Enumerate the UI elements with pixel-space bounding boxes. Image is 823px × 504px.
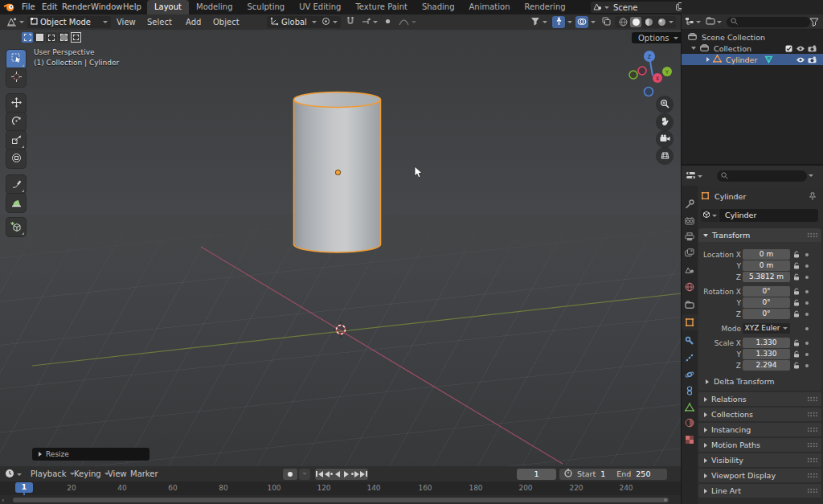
outliner-row-collection[interactable]: Collection: [682, 43, 823, 54]
tab-particles[interactable]: [684, 352, 695, 363]
menu-select[interactable]: Select: [145, 14, 174, 30]
tab-modifiers[interactable]: [684, 335, 695, 346]
auto-keying-dropdown[interactable]: [299, 469, 310, 480]
overlays-dropdown[interactable]: [589, 16, 597, 28]
panel-grip[interactable]: [807, 473, 817, 478]
timeline-editor-type-button[interactable]: [5, 469, 22, 480]
new-collection-button[interactable]: [706, 17, 722, 27]
tab-render[interactable]: [684, 215, 695, 226]
lock-icon[interactable]: [792, 339, 800, 349]
tab-world[interactable]: [684, 281, 695, 293]
animate-dot[interactable]: [805, 290, 809, 293]
xray-toggle[interactable]: [600, 16, 612, 28]
tool-cursor[interactable]: [6, 68, 26, 87]
tab-scene[interactable]: [684, 264, 695, 275]
workspace-tab-uv-editing[interactable]: UV Editing: [292, 0, 348, 14]
outliner-row-scene-collection[interactable]: Scene Collection: [682, 31, 823, 43]
breadcrumb-object-label[interactable]: Cylinder: [714, 192, 746, 201]
lock-icon[interactable]: [792, 310, 800, 320]
properties-options-dropdown[interactable]: [809, 174, 813, 177]
tool-transform[interactable]: [6, 150, 26, 168]
select-intersect-button[interactable]: [70, 32, 81, 43]
workspace-tab-sculpting[interactable]: Sculpting: [240, 0, 293, 14]
tool-select-box[interactable]: [6, 50, 26, 68]
value-field[interactable]: 2.294: [743, 360, 790, 371]
pivot-point-dropdown[interactable]: [318, 16, 341, 28]
tab-tool[interactable]: [684, 199, 695, 210]
properties-section-motion-paths[interactable]: Motion Paths: [698, 438, 821, 452]
camera-view-button[interactable]: [656, 130, 674, 148]
next-keyframe-button[interactable]: [350, 469, 359, 480]
outliner-filter-button[interactable]: [809, 18, 819, 28]
panel-grip[interactable]: [807, 412, 817, 417]
panel-divider[interactable]: [681, 14, 682, 504]
tab-output[interactable]: [684, 231, 695, 242]
options-dropdown[interactable]: Options: [632, 32, 685, 43]
value-field[interactable]: 5.3812 m: [743, 272, 790, 282]
tab-texture[interactable]: [684, 434, 695, 445]
pan-button[interactable]: [656, 113, 674, 131]
gizmos-dropdown[interactable]: [566, 16, 574, 28]
region-expand-chevron[interactable]: ‹: [2, 496, 5, 504]
menu-view-timeline[interactable]: View: [108, 466, 127, 481]
panel-grip[interactable]: [807, 396, 817, 402]
value-field[interactable]: 0°: [743, 286, 790, 297]
collection-checkbox[interactable]: [785, 45, 792, 54]
select-invert-button[interactable]: [58, 32, 69, 43]
mode-dropdown[interactable]: Object Mode: [27, 16, 111, 28]
panel-grip[interactable]: [807, 427, 817, 432]
lock-icon[interactable]: [792, 288, 800, 297]
orthographic-toggle-button[interactable]: [656, 147, 674, 165]
disclosure-expanded-icon[interactable]: [691, 47, 696, 50]
proportional-editing-toggle[interactable]: [381, 16, 394, 28]
menu-add[interactable]: Add: [183, 14, 203, 30]
tab-material[interactable]: [684, 417, 695, 428]
rotation-mode-dropdown[interactable]: XYZ Euler: [743, 323, 790, 334]
tool-rotate[interactable]: [6, 113, 26, 131]
shading-solid-button[interactable]: [630, 17, 641, 27]
auto-keying-button[interactable]: [283, 469, 297, 480]
zoom-button[interactable]: [656, 96, 674, 113]
menu-keying[interactable]: Keying: [74, 466, 109, 481]
menu-view[interactable]: View: [114, 14, 138, 30]
playhead-badge[interactable]: 1: [15, 482, 33, 493]
value-field[interactable]: 0°: [743, 297, 790, 308]
workspace-tab-rendering[interactable]: Rendering: [518, 0, 571, 14]
proportional-falloff-dropdown[interactable]: [395, 16, 420, 28]
tool-annotate[interactable]: [6, 175, 26, 194]
animate-dot[interactable]: [805, 327, 809, 330]
scene-selector[interactable]: Scene ×: [591, 2, 695, 13]
camera-render-icon[interactable]: [808, 45, 817, 54]
tab-collection[interactable]: [684, 299, 695, 310]
value-field[interactable]: 0 m: [743, 260, 790, 271]
object-types-visibility-dropdown[interactable]: [527, 16, 551, 28]
lock-icon[interactable]: [792, 299, 800, 309]
animate-dot[interactable]: [805, 364, 809, 367]
tab-physics[interactable]: [684, 369, 695, 380]
value-field[interactable]: 1.330: [743, 349, 790, 359]
play-reverse-button[interactable]: [333, 469, 342, 480]
play-button[interactable]: [342, 469, 350, 480]
tool-move[interactable]: [6, 94, 26, 113]
properties-section-visibility[interactable]: Visibility: [698, 453, 821, 467]
eye-icon[interactable]: [796, 45, 805, 54]
outliner-search-input[interactable]: [727, 17, 810, 27]
menu-help[interactable]: Help: [117, 0, 147, 14]
gizmos-toggle[interactable]: [552, 16, 565, 28]
tab-object-data[interactable]: [684, 401, 695, 412]
animate-dot[interactable]: [805, 253, 809, 256]
tool-measure[interactable]: [6, 194, 26, 212]
workspace-tab-texture-paint[interactable]: Texture Paint: [348, 0, 415, 14]
value-field[interactable]: 0 m: [743, 249, 790, 260]
properties-section-instancing[interactable]: Instancing: [698, 423, 821, 436]
panel-grip[interactable]: [807, 442, 817, 448]
editor-type-button[interactable]: [3, 16, 27, 28]
tab-object-active[interactable]: [684, 317, 695, 328]
panel-grip[interactable]: [807, 488, 817, 494]
animate-dot[interactable]: [805, 301, 809, 305]
workspace-tab-layout[interactable]: Layout: [147, 0, 189, 14]
lock-icon[interactable]: [792, 273, 800, 283]
select-extend-button[interactable]: [34, 32, 45, 43]
overlays-toggle[interactable]: [575, 16, 588, 28]
select-set-button[interactable]: [22, 32, 33, 43]
